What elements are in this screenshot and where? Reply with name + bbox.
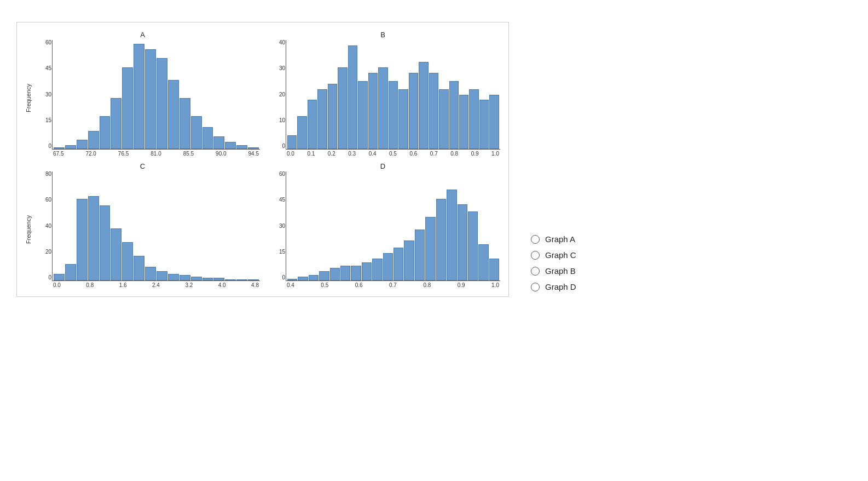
chart-d: D0153045600.40.50.60.70.80.91.0 (265, 162, 500, 288)
option-opt-c[interactable]: Graph C (531, 250, 576, 260)
bar (213, 278, 224, 280)
bar (459, 95, 468, 150)
bar (77, 199, 88, 280)
bar (168, 274, 179, 280)
option-label-opt-b: Graph B (545, 266, 576, 276)
option-label-opt-a: Graph A (545, 234, 575, 244)
bar (248, 279, 259, 280)
bar (202, 278, 213, 280)
chart-c: CFrequency0204060800.00.81.62.43.24.04.8 (25, 162, 260, 288)
bar (122, 242, 133, 280)
bar (362, 262, 372, 280)
bar (439, 89, 448, 149)
option-opt-b[interactable]: Graph B (531, 266, 576, 276)
bars-c (53, 171, 260, 280)
bar (372, 259, 382, 280)
bar (378, 67, 387, 149)
bar (111, 98, 121, 149)
bar (489, 259, 499, 280)
bar (298, 277, 308, 280)
bar (340, 266, 350, 280)
x-axis-labels-a: 67.572.076.581.085.590.094.5 (52, 151, 260, 157)
bar (236, 145, 247, 149)
bar (368, 73, 378, 149)
bar (145, 267, 156, 280)
bar (111, 228, 121, 280)
bar (478, 244, 488, 280)
y-axis-ticks-a: 015304560 (35, 40, 51, 149)
bar (100, 205, 111, 280)
bar (100, 116, 111, 149)
bar (449, 81, 459, 149)
bar (77, 140, 88, 149)
bar (309, 275, 319, 280)
bar (398, 89, 408, 149)
chart-title-d: D (265, 162, 500, 170)
bar (419, 62, 428, 149)
option-opt-d[interactable]: Graph D (531, 282, 576, 291)
chart-plot-c: 020406080 (52, 171, 260, 281)
bar (180, 275, 190, 280)
bars-a (53, 40, 260, 149)
bar (328, 84, 337, 149)
chart-title-a: A (25, 31, 260, 39)
bar (358, 81, 367, 149)
bar (458, 204, 467, 280)
bar (415, 230, 425, 280)
bar (330, 268, 340, 280)
bar (436, 199, 446, 280)
y-axis-label-c: Frequency (25, 171, 32, 288)
chart-title-c: C (25, 162, 260, 170)
chart-b: B0102030400.00.10.20.30.40.50.60.70.80.9… (265, 31, 500, 157)
option-opt-a[interactable]: Graph A (531, 234, 576, 244)
bars-d (286, 171, 500, 280)
bar (409, 73, 418, 149)
chart-title-b: B (265, 31, 500, 39)
bar (145, 49, 156, 149)
bar (122, 67, 133, 149)
bar (134, 256, 144, 280)
bar (157, 58, 167, 149)
bar (308, 100, 317, 149)
bars-b (286, 40, 500, 149)
bar (317, 89, 327, 149)
x-axis-labels-b: 0.00.10.20.30.40.50.60.70.80.91.0 (286, 151, 500, 157)
radio-opt-c[interactable] (531, 251, 540, 260)
option-label-opt-c: Graph C (545, 250, 576, 260)
bar (191, 116, 202, 149)
bar (429, 73, 438, 149)
bar (180, 98, 190, 149)
bar (479, 100, 489, 149)
bar (191, 277, 202, 280)
bar (351, 266, 361, 280)
bar (54, 147, 65, 149)
bar (297, 116, 306, 149)
bar (389, 81, 398, 149)
bar (202, 127, 213, 149)
bar (65, 145, 76, 149)
bar (287, 279, 297, 280)
bar (88, 131, 99, 149)
bar (236, 279, 247, 280)
bar (65, 264, 76, 280)
radio-opt-a[interactable] (531, 235, 540, 244)
radio-opt-d[interactable] (531, 283, 540, 291)
bar (425, 217, 435, 280)
y-axis-label-a: Frequency (25, 40, 32, 157)
option-label-opt-d: Graph D (545, 282, 576, 291)
bar (157, 271, 167, 280)
radio-opt-b[interactable] (531, 267, 540, 276)
bar (489, 95, 499, 150)
bar (468, 211, 478, 280)
bar (287, 135, 297, 149)
y-axis-ticks-d: 015304560 (269, 171, 285, 280)
chart-plot-d: 015304560 (286, 171, 500, 281)
bar (394, 248, 403, 280)
bar (225, 142, 236, 149)
bar (248, 147, 259, 149)
bar (319, 271, 329, 280)
bar (404, 240, 414, 280)
bar (338, 67, 347, 149)
bar (383, 253, 393, 280)
bar (134, 44, 144, 149)
